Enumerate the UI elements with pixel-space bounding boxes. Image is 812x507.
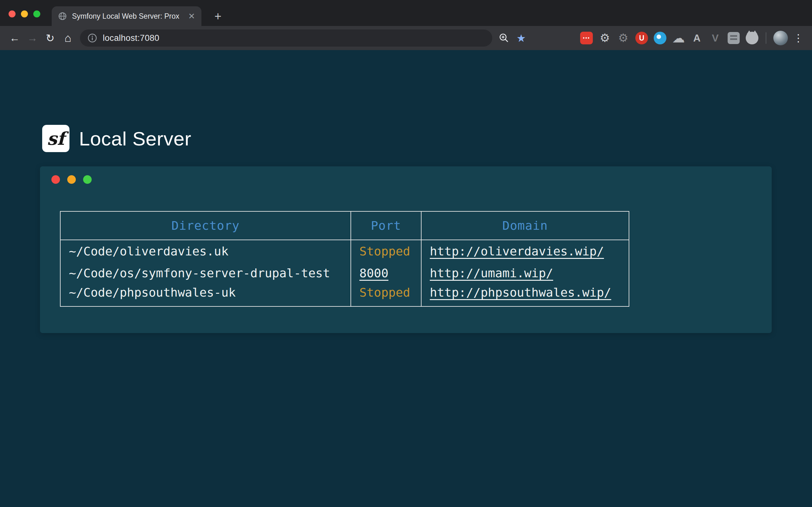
page-title: Local Server [79, 127, 191, 150]
reload-button reload-icon[interactable]: ↻ [41, 29, 59, 47]
page-content: sf Local Server Directory Port Domain [0, 50, 812, 507]
browser-tab[interactable]: Symfony Local Web Server: Prox ✕ [52, 6, 201, 26]
extension-v-icon[interactable]: V [706, 30, 724, 47]
extension-gear-icon[interactable]: ⚙ [596, 30, 614, 47]
back-button back-arrow-icon[interactable]: ← [6, 29, 23, 47]
brand-header: sf Local Server [42, 125, 191, 152]
extension-cloud-icon[interactable]: ☁ [669, 30, 688, 47]
directory-cell: ~/Code/os/symfony-server-drupal-test [60, 262, 351, 284]
servers-table: Directory Port Domain ~/Code/oliverdavie… [60, 211, 629, 307]
new-tab-button plus-icon[interactable]: + [210, 8, 226, 24]
extension-cluster: ••• ⚙ ⚙ U ☁ A V [577, 30, 761, 47]
toolbar-separator [766, 32, 766, 44]
browser-menu-kebab-icon[interactable]: ⋮ [791, 32, 806, 44]
column-header-port: Port [351, 211, 421, 240]
panel-traffic-lights [51, 175, 92, 184]
address-bar[interactable]: localhost:7080 [80, 30, 492, 47]
home-button home-icon[interactable]: ⌂ [59, 29, 77, 47]
bookmark-star-icon[interactable]: ★ [513, 30, 530, 47]
server-panel: Directory Port Domain ~/Code/oliverdavie… [40, 166, 772, 333]
extension-dark-gear-icon[interactable]: ⚙ [614, 30, 632, 47]
macos-zoom-button[interactable] [33, 10, 40, 17]
column-header-directory: Directory [60, 211, 351, 240]
macos-minimize-button[interactable] [21, 10, 28, 17]
domain-link[interactable]: http://phpsouthwales.wip/ [430, 285, 611, 299]
port-link[interactable]: 8000 [359, 266, 389, 280]
url-text[interactable]: localhost:7080 [103, 33, 159, 43]
panel-green-dot [83, 175, 92, 184]
site-info-icon[interactable] [88, 33, 97, 43]
port-status: Stopped [359, 285, 410, 299]
symfony-logo: sf [42, 125, 69, 152]
domain-link[interactable]: http://oliverdavies.wip/ [430, 244, 604, 258]
tab-strip: Symfony Local Web Server: Prox ✕ + [0, 0, 812, 26]
macos-close-button[interactable] [9, 10, 15, 17]
tab-favicon globe-icon [58, 12, 67, 20]
tab-title: Symfony Local Web Server: Prox [72, 12, 183, 20]
table-row: ~/Code/os/symfony-server-drupal-test 800… [60, 262, 629, 284]
forward-button forward-arrow-icon[interactable]: → [23, 29, 41, 47]
extension-ublock-icon[interactable]: U [632, 30, 651, 47]
directory-cell: ~/Code/oliverdavies.uk [60, 240, 351, 262]
directory-cell: ~/Code/phpsouthwales-uk [60, 284, 351, 306]
github-octocat-icon[interactable] [743, 30, 761, 47]
browser-window: Symfony Local Web Server: Prox ✕ + ← → ↻… [0, 0, 812, 507]
extension-red-dots-icon[interactable]: ••• [577, 30, 596, 47]
column-header-domain: Domain [421, 211, 629, 240]
table-row: ~/Code/phpsouthwales-uk Stopped http://p… [60, 284, 629, 306]
table-header-row: Directory Port Domain [60, 211, 629, 240]
panel-red-dot [51, 175, 60, 184]
domain-link[interactable]: http://umami.wip/ [430, 266, 553, 280]
extension-blue-circle-icon[interactable] [651, 30, 669, 47]
extension-a-icon[interactable]: A [688, 30, 706, 47]
profile-avatar[interactable] [773, 31, 788, 45]
tab-close-icon[interactable]: ✕ [188, 12, 195, 20]
browser-toolbar: ← → ↻ ⌂ localhost:7080 ★ [0, 26, 812, 50]
extension-gray-square-icon[interactable] [724, 30, 743, 47]
macos-traffic-lights [9, 10, 40, 17]
port-status: Stopped [359, 244, 410, 258]
zoom-button magnifier-plus-icon[interactable] [496, 30, 513, 47]
panel-orange-dot [67, 175, 76, 184]
table-row: ~/Code/oliverdavies.uk Stopped http://ol… [60, 240, 629, 262]
